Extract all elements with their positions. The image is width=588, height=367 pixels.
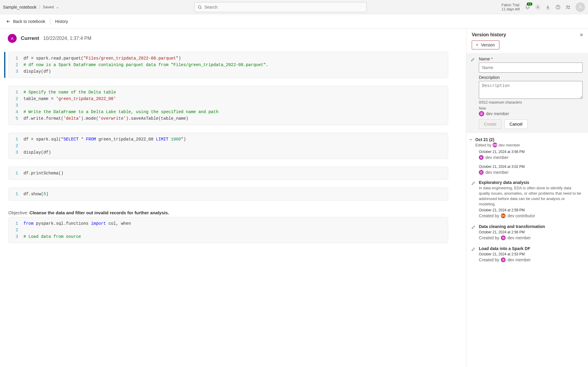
code-cell[interactable]: 1# Specify the name of the Delta table 2… (8, 86, 448, 125)
objective-label: Objective: (8, 210, 29, 215)
search-icon (197, 5, 202, 10)
svg-point-4 (558, 8, 558, 8)
named-version-item[interactable]: Load data into a Spark DF October 21, 20… (466, 243, 588, 265)
date-group-header[interactable]: Oct 21 (2) (466, 135, 588, 143)
people-icon (565, 4, 571, 10)
help-button[interactable] (553, 2, 563, 12)
history-item[interactable]: October 21, 2024 at 3:02 PM Ddev member (466, 162, 588, 177)
saved-label: Saved (43, 5, 54, 9)
search-field[interactable] (204, 5, 363, 10)
settings-button[interactable] (533, 2, 543, 12)
editor-avatar: DM (493, 143, 497, 147)
saved-status[interactable]: Saved ⌄ (40, 5, 59, 9)
current-version-timestamp: 10/22/2024, 1:37:4 PM (43, 36, 91, 41)
plus-icon (475, 43, 479, 47)
now-label: Now (479, 106, 583, 110)
download-button[interactable] (543, 2, 553, 12)
char-count: 0/512 maximum characters (479, 100, 583, 104)
panel-title: Version history (472, 32, 506, 38)
current-member: D dev member (479, 111, 583, 116)
code-cell[interactable]: 1df.show(5) (8, 188, 448, 201)
separator (50, 18, 50, 25)
svg-point-0 (198, 5, 201, 8)
gear-icon (535, 4, 540, 10)
notebook-title[interactable]: Sample_notebook (3, 5, 37, 10)
cancel-button[interactable]: Cancel (504, 119, 528, 129)
current-version-title: Current (21, 35, 39, 41)
trial-status: Fabric Trial: 11 days left (501, 3, 520, 11)
chevron-down-icon: ⌄ (56, 5, 59, 9)
code-cell[interactable]: 1df = spark.read.parquet("Files/green_tr… (8, 52, 448, 78)
svg-point-5 (567, 5, 568, 7)
svg-point-2 (537, 6, 539, 8)
group-editor: Edited by DM dev member (466, 143, 588, 147)
markdown-cell[interactable]: Objective: Cleanse the data and filter o… (4, 208, 448, 217)
user-avatar[interactable] (576, 2, 585, 12)
history-label: History (55, 19, 68, 24)
arrow-left-icon (6, 19, 11, 24)
notebook-area[interactable]: A Current 10/22/2024, 1:37:4 PM 1df = sp… (0, 29, 466, 367)
named-version-item[interactable]: Exploratory data analysis In data engine… (466, 177, 588, 221)
person-icon (578, 4, 583, 10)
back-to-notebook-button[interactable]: Back to notebook (6, 19, 45, 24)
create-button[interactable]: Create (479, 119, 501, 129)
notification-badge: 11 (527, 2, 532, 6)
download-icon (545, 4, 551, 10)
name-label: Name * (479, 57, 583, 61)
pencil-icon (471, 247, 476, 252)
current-author-avatar: A (8, 34, 17, 43)
member-avatar: D (479, 111, 484, 116)
share-button[interactable] (563, 2, 573, 12)
objective-text: Cleanse the data and filter out invalid … (29, 210, 169, 215)
collapse-panel-icon[interactable] (579, 32, 584, 37)
chevron-down-icon (469, 138, 473, 142)
named-version-item[interactable]: Data cleaning and transformation October… (466, 221, 588, 243)
pencil-icon (471, 225, 476, 229)
history-item[interactable]: October 21, 2024 at 3:56 PM Ddev member (466, 147, 588, 162)
help-icon (555, 4, 561, 10)
search-input[interactable] (194, 2, 367, 12)
svg-point-6 (569, 6, 570, 7)
version-name-input[interactable] (479, 63, 583, 73)
code-cell[interactable]: 1df = spark.sql("SELECT * FROM green_tri… (8, 133, 448, 159)
pencil-icon (471, 57, 475, 62)
add-version-button[interactable]: Version (472, 40, 499, 49)
pencil-icon (471, 181, 476, 185)
description-label: Description (479, 75, 583, 80)
version-description-input[interactable] (479, 81, 583, 99)
notifications-button[interactable]: 11 (523, 2, 533, 12)
code-cell[interactable]: 1df.printSchema() (8, 167, 448, 180)
version-history-panel: Version history Version Name * Descripti… (466, 29, 588, 367)
group-title: Oct 21 (2) (475, 137, 494, 142)
back-label: Back to notebook (13, 19, 45, 24)
svg-line-1 (200, 8, 201, 9)
svg-point-7 (579, 5, 581, 7)
code-cell[interactable]: 1from pyspark.sql.functions import col, … (8, 217, 448, 243)
